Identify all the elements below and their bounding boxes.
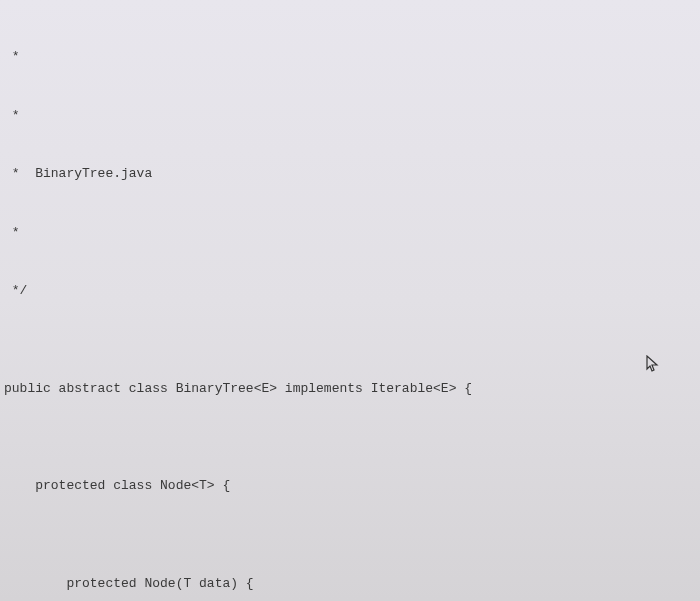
code-block: * * * BinaryTree.java * */ public abstra… (4, 8, 700, 601)
code-line: protected Node(T data) { (4, 574, 700, 594)
code-line: * (4, 106, 700, 126)
code-line: * (4, 47, 700, 67)
code-line: protected class Node<T> { (4, 476, 700, 496)
code-line: * BinaryTree.java (4, 164, 700, 184)
code-line: * (4, 223, 700, 243)
code-line: public abstract class BinaryTree<E> impl… (4, 379, 700, 399)
code-line: */ (4, 281, 700, 301)
